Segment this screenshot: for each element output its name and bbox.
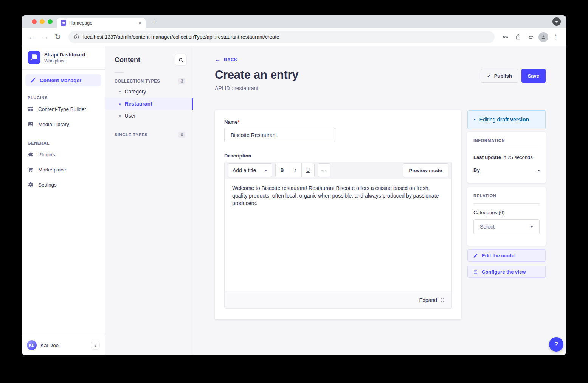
main-sidebar: Strapi Dashboard Workplace Content Manag… (22, 46, 105, 355)
browser-toolbar: ← → ↻ localhost:1337/admin/content-manag… (22, 28, 566, 46)
tab-close-icon[interactable]: × (138, 20, 142, 26)
collection-type-label: Category (125, 89, 146, 95)
minimize-window-button[interactable] (40, 19, 45, 24)
entry-form-card: Name* Description Add a title B I (215, 110, 461, 319)
sidebar-item-label: Plugins (38, 152, 55, 157)
bookmark-star-icon[interactable] (526, 32, 536, 42)
entry-aside: • Editing draft version INFORMATION Last… (467, 110, 546, 278)
title-style-value: Add a title (233, 167, 256, 173)
title-style-select[interactable]: Add a title (228, 163, 272, 177)
bold-button[interactable]: B (276, 163, 289, 177)
expand-label: Expand (419, 297, 437, 303)
new-tab-button[interactable]: + (150, 17, 160, 27)
collection-type-category[interactable]: • Category (105, 86, 193, 98)
back-arrow-icon: ← (215, 56, 221, 62)
brand-subtitle: Workplace (44, 58, 85, 64)
bullet-icon: • (119, 89, 121, 95)
browser-update-icon[interactable] (552, 17, 561, 26)
search-button[interactable] (175, 54, 187, 66)
bullet-icon: • (119, 113, 121, 119)
preview-mode-button[interactable]: Preview mode (403, 163, 448, 177)
categories-select[interactable]: Select (473, 219, 540, 234)
user-avatar[interactable]: KD (27, 340, 37, 350)
configure-view-button[interactable]: Configure the view (467, 266, 546, 278)
zoom-window-button[interactable] (48, 19, 53, 24)
strapi-favicon-icon (61, 20, 66, 26)
strapi-app: Strapi Dashboard Workplace Content Manag… (22, 46, 566, 355)
more-formats-button[interactable]: ··· (318, 163, 330, 177)
categories-label: Categories (0) (473, 210, 540, 215)
back-link[interactable]: ← BACK (215, 56, 237, 62)
browser-profile-icon[interactable] (538, 32, 548, 42)
user-name: Kai Doe (40, 343, 87, 348)
sidebar-item-content-manager[interactable]: Content Manager (25, 74, 101, 86)
information-divider (473, 148, 540, 148)
browser-menu-icon[interactable]: ⋮ (551, 32, 561, 42)
publish-button[interactable]: ✓ Publish (481, 69, 518, 83)
draft-status-bold: draft version (497, 117, 529, 123)
collection-types-count: 3 (178, 78, 185, 84)
subnav-title: Content (115, 56, 140, 64)
status-dot-icon: • (474, 117, 476, 123)
format-button-group: B I U (275, 163, 315, 177)
tab-title: Homepage (69, 20, 135, 26)
by-value: - (538, 167, 540, 173)
cart-icon (28, 167, 34, 173)
help-button[interactable]: ? (549, 337, 563, 352)
sidebar-item-label: Marketplace (38, 167, 66, 173)
workspace-brand[interactable]: Strapi Dashboard Workplace (22, 46, 105, 69)
puzzle-icon (28, 151, 34, 157)
browser-reload-icon[interactable]: ↻ (53, 32, 63, 42)
draft-status-text: Editing draft version (479, 117, 529, 123)
sidebar-item-label: Content Manager (40, 78, 81, 83)
share-icon[interactable] (513, 32, 523, 42)
browser-back-icon[interactable]: ← (27, 32, 37, 42)
sidebar-item-settings[interactable]: Settings (22, 177, 105, 192)
url-text: localhost:1337/admin/content-manager/col… (83, 34, 279, 40)
strapi-logo-icon (28, 51, 40, 64)
close-window-button[interactable] (32, 19, 37, 24)
description-editor-content[interactable]: Welcome to Biscotte restaurant! Restaura… (225, 179, 451, 291)
save-button[interactable]: Save (521, 69, 546, 83)
collection-type-user[interactable]: • User (105, 110, 193, 122)
configure-view-label: Configure the view (482, 269, 526, 275)
sidebar-item-media-library[interactable]: Media Library (22, 117, 105, 132)
bullet-icon: • (119, 101, 121, 107)
expand-button[interactable]: Expand (419, 297, 445, 303)
collection-type-restaurant[interactable]: • Restaurant (105, 98, 193, 110)
collection-type-label: Restaurant (125, 101, 152, 107)
browser-forward-icon[interactable]: → (40, 32, 50, 42)
relation-card: RELATION Categories (0) Select (467, 187, 546, 246)
by-row: By - (473, 167, 540, 173)
sidebar-item-marketplace[interactable]: Marketplace (22, 162, 105, 177)
by-label: By (473, 167, 480, 173)
site-info-icon[interactable] (74, 34, 79, 40)
last-update-value: in 25 seconds (501, 154, 533, 160)
last-update-text: Last update in 25 seconds (473, 154, 533, 160)
password-key-icon[interactable] (500, 32, 510, 42)
editor-toolbar: Add a title B I U ··· Preview mode (225, 162, 451, 179)
page-title: Create an entry (215, 68, 298, 82)
collapse-sidebar-button[interactable]: ‹ (91, 341, 100, 350)
description-editor: Add a title B I U ··· Preview mode (224, 162, 452, 309)
underline-button[interactable]: U (301, 163, 314, 177)
sidebar-section-plugins: PLUGINS (28, 95, 99, 100)
single-types-count: 0 (178, 132, 185, 138)
edit-model-button[interactable]: Edit the model (467, 249, 546, 262)
browser-tabstrip: Homepage × + (22, 15, 566, 28)
sidebar-item-label: Media Library (38, 121, 69, 127)
italic-button[interactable]: I (289, 163, 301, 177)
information-header: INFORMATION (473, 138, 540, 143)
sidebar-item-plugins[interactable]: Plugins (22, 147, 105, 162)
address-bar[interactable]: localhost:1337/admin/content-manager/col… (68, 31, 495, 43)
collection-type-label: User (125, 113, 136, 119)
browser-tab[interactable]: Homepage × (57, 18, 146, 28)
name-label-text: Name (224, 119, 237, 125)
main-content: ← BACK Create an entry ✓ Publish Save AP… (193, 46, 566, 355)
browser-window: Homepage × + ← → ↻ localhost:1337/admin/… (22, 15, 566, 355)
feather-pen-icon (30, 77, 36, 83)
sidebar-item-content-type-builder[interactable]: Content-Type Builder (22, 101, 105, 117)
information-card: INFORMATION Last update in 25 seconds By… (467, 132, 546, 183)
layout-lines-icon (473, 269, 478, 274)
name-input[interactable] (224, 128, 335, 142)
